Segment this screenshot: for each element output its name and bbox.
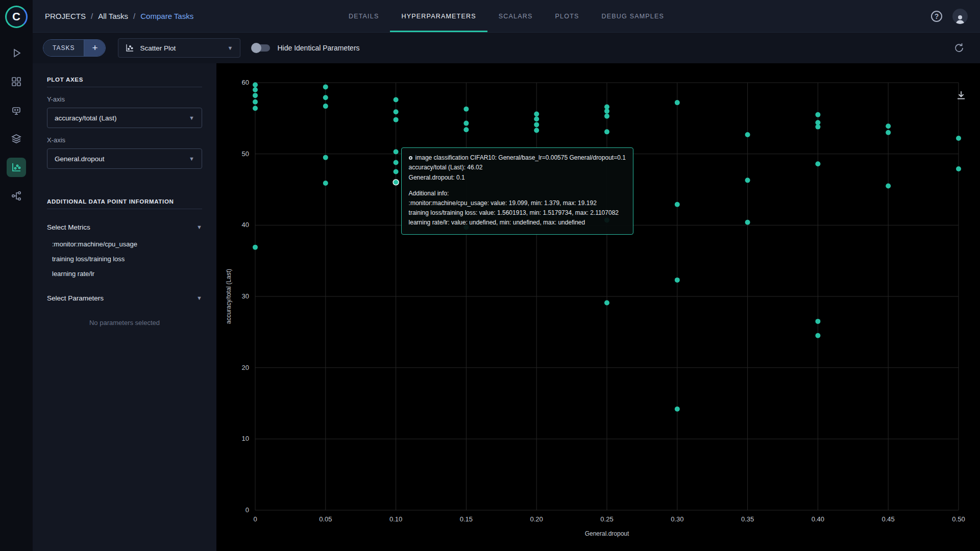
breadcrumb-compare-tasks: Compare Tasks xyxy=(140,12,193,20)
svg-text:0.50: 0.50 xyxy=(952,515,965,523)
scatter-plot-area[interactable]: 00.050.100.150.200.250.300.350.400.450.5… xyxy=(216,63,980,551)
svg-text:0.35: 0.35 xyxy=(741,515,754,523)
pipelines-icon[interactable] xyxy=(7,186,26,206)
divider xyxy=(47,87,202,87)
metric-item: training loss/training loss xyxy=(47,252,202,266)
workers-icon[interactable] xyxy=(7,101,26,120)
chevron-down-icon: ▼ xyxy=(197,224,202,230)
svg-text:60: 60 xyxy=(242,79,249,86)
breadcrumb-separator: / xyxy=(133,12,135,20)
svg-text:General.dropout: General.dropout xyxy=(585,530,629,537)
svg-text:30: 30 xyxy=(242,292,249,300)
toggle-label: Hide Identical Parameters xyxy=(277,44,359,52)
svg-text:0.05: 0.05 xyxy=(319,515,332,523)
breadcrumb-projects[interactable]: PROJECTS xyxy=(45,12,86,20)
tab-hyperparameters[interactable]: HYPERPARAMETERS xyxy=(390,0,487,32)
tab-scalars[interactable]: SCALARS xyxy=(487,0,544,32)
plot-type-value: Scatter Plot xyxy=(140,44,176,52)
add-task-button[interactable]: + xyxy=(84,40,105,56)
breadcrumb-all-tasks[interactable]: All Tasks xyxy=(98,12,128,20)
plot-type-dropdown[interactable]: Scatter Plot ▼ xyxy=(118,38,240,58)
clearml-logo[interactable]: C xyxy=(5,6,28,28)
download-plot-icon[interactable] xyxy=(955,90,967,103)
point-marker-icon xyxy=(409,156,412,160)
no-parameters-text: No parameters selected xyxy=(47,319,202,327)
experiments-compare-icon[interactable] xyxy=(7,158,26,177)
select-parameters-dropdown[interactable]: Select Parameters ▼ xyxy=(47,288,202,308)
point-tooltip: image classification CIFAR10: General/ba… xyxy=(401,147,633,234)
selected-metrics-list: :monitor:machine/cpu_usage training loss… xyxy=(47,237,202,281)
x-axis-value: General.dropout xyxy=(55,155,105,163)
tasks-selector-button[interactable]: TASKS + xyxy=(43,39,106,57)
tooltip-info-line: learning rate/lr: value: undefined, min:… xyxy=(409,218,626,228)
y-axis-dropdown[interactable]: accuracy/total (Last) ▼ xyxy=(47,108,202,128)
svg-text:10: 10 xyxy=(242,435,249,442)
divider xyxy=(47,209,202,209)
svg-text:0.30: 0.30 xyxy=(671,515,683,523)
dashboard-icon[interactable] xyxy=(7,72,26,91)
svg-text:0.10: 0.10 xyxy=(389,515,402,523)
scatter-plot-canvas[interactable]: 00.050.100.150.200.250.300.350.400.450.5… xyxy=(216,63,980,551)
main-column: PROJECTS / All Tasks / Compare Tasks DET… xyxy=(33,0,980,551)
tab-bar: DETAILS HYPERPARAMETERS SCALARS PLOTS DE… xyxy=(337,0,675,32)
y-axis-value: accuracy/total (Last) xyxy=(55,114,117,122)
x-axis-label: X-axis xyxy=(47,136,202,144)
additional-info-title: ADDITIONAL DATA POINT INFORMATION xyxy=(47,198,202,205)
compare-toolbar: TASKS + Scatter Plot ▼ Hide Identical Pa… xyxy=(33,33,980,63)
toggle-switch[interactable] xyxy=(253,44,270,52)
breadcrumb: PROJECTS / All Tasks / Compare Tasks xyxy=(45,0,337,32)
select-metrics-dropdown[interactable]: Select Metrics ▼ xyxy=(47,217,202,237)
tooltip-param-line: General.dropout: 0.1 xyxy=(409,173,626,183)
plot-axes-title: PLOT AXES xyxy=(47,77,202,83)
tooltip-title: image classification CIFAR10: General/ba… xyxy=(415,153,626,163)
tab-details[interactable]: DETAILS xyxy=(337,0,390,32)
left-nav-rail: C xyxy=(0,0,33,551)
tooltip-info-line: :monitor:machine/cpu_usage: value: 19.09… xyxy=(409,198,626,208)
select-parameters-label: Select Parameters xyxy=(47,294,104,302)
select-metrics-label: Select Metrics xyxy=(47,223,90,231)
metric-item: :monitor:machine/cpu_usage xyxy=(47,237,202,252)
chevron-down-icon: ▼ xyxy=(197,295,202,301)
tab-debug-samples[interactable]: DEBUG SAMPLES xyxy=(591,0,676,32)
tab-plots[interactable]: PLOTS xyxy=(544,0,591,32)
svg-text:0.15: 0.15 xyxy=(460,515,473,523)
hide-identical-toggle[interactable]: Hide Identical Parameters xyxy=(253,44,359,52)
metric-item: learning rate/lr xyxy=(47,266,202,281)
svg-text:0.40: 0.40 xyxy=(812,515,824,523)
svg-text:0: 0 xyxy=(246,506,249,514)
svg-text:0.45: 0.45 xyxy=(882,515,895,523)
content-row: PLOT AXES Y-axis accuracy/total (Last) ▼… xyxy=(33,63,980,551)
user-avatar[interactable] xyxy=(952,9,968,24)
x-axis-dropdown[interactable]: General.dropout ▼ xyxy=(47,148,202,169)
svg-text:accuracy/total (Last): accuracy/total (Last) xyxy=(225,269,232,324)
getting-started-icon[interactable] xyxy=(7,43,26,63)
top-bar-actions: ? xyxy=(675,0,968,32)
svg-text:0.25: 0.25 xyxy=(600,515,613,523)
y-axis-label: Y-axis xyxy=(47,95,202,103)
svg-text:50: 50 xyxy=(242,150,249,158)
svg-text:0.20: 0.20 xyxy=(530,515,543,523)
chevron-down-icon: ▼ xyxy=(189,115,194,121)
tooltip-metric-line: accuracy/total (Last): 46.02 xyxy=(409,163,626,172)
breadcrumb-separator: / xyxy=(91,12,93,20)
tasks-button-label: TASKS xyxy=(43,40,84,56)
plot-settings-sidebar: PLOT AXES Y-axis accuracy/total (Last) ▼… xyxy=(33,63,216,551)
scatter-plot-icon xyxy=(126,44,134,52)
tooltip-info-header: Additional info: xyxy=(409,189,626,198)
chevron-down-icon: ▼ xyxy=(228,45,233,51)
svg-text:20: 20 xyxy=(242,364,249,371)
tooltip-info-line: training loss/training loss: value: 1.56… xyxy=(409,208,626,218)
top-bar: PROJECTS / All Tasks / Compare Tasks DET… xyxy=(33,0,980,33)
svg-text:0: 0 xyxy=(253,515,257,523)
chevron-down-icon: ▼ xyxy=(189,156,194,162)
help-icon[interactable]: ? xyxy=(931,11,942,22)
auto-refresh-icon[interactable] xyxy=(953,42,965,54)
svg-text:40: 40 xyxy=(242,221,249,229)
datasets-icon[interactable] xyxy=(7,129,26,148)
